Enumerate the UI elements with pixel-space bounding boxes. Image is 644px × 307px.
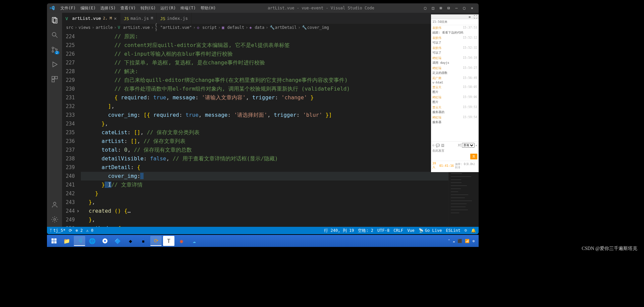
app-taskbar-icon[interactable]: 🔷: [112, 236, 123, 246]
close-icon[interactable]: ✕: [471, 6, 473, 10]
dropdown-icon[interactable]: ▾: [475, 144, 477, 147]
crumb[interactable]: article: [96, 25, 113, 30]
chat-footer: 39人 01:41:16 频带: 0(0.0%) 0(0: [431, 161, 479, 170]
encoding[interactable]: UTF-8: [377, 228, 389, 233]
wifi-icon[interactable]: 📶: [465, 239, 470, 243]
emoji-icon[interactable]: ☺: [432, 144, 434, 147]
crumb[interactable]: cover_img: [307, 25, 329, 30]
menu-help[interactable]: 帮助(H): [199, 5, 218, 12]
extensions-icon[interactable]: [51, 75, 59, 83]
edge-taskbar-icon[interactable]: 🌐: [87, 236, 98, 246]
image-icon[interactable]: 🖼: [441, 144, 444, 147]
recipient-select[interactable]: 所有人: [462, 143, 475, 148]
go-live[interactable]: 📡Go Live: [419, 228, 442, 233]
debug-icon[interactable]: [51, 60, 59, 68]
search-icon[interactable]: [51, 31, 59, 39]
menu-terminal[interactable]: 终端(T): [178, 5, 198, 12]
cursor-position[interactable]: 行 240, 列 19: [324, 228, 354, 234]
send-button[interactable]: 发: [470, 154, 477, 159]
menu-icon[interactable]: ≡: [469, 15, 472, 18]
tab-artlist[interactable]: V artList.vue 2, M ×: [62, 13, 120, 24]
scm-icon[interactable]: 2: [51, 46, 59, 54]
crumb[interactable]: default: [227, 25, 245, 30]
account-icon[interactable]: [51, 201, 59, 209]
vscode-taskbar-icon[interactable]: [74, 236, 85, 246]
crumb[interactable]: src: [66, 25, 73, 30]
editor-tabs: V artList.vue 2, M × JS main.js M JS ind…: [62, 13, 479, 24]
eol[interactable]: CRLF: [393, 228, 403, 233]
tray-icon[interactable]: ☁: [453, 239, 455, 243]
errors[interactable]: ⊗ 2: [75, 228, 83, 233]
svg-rect-16: [54, 241, 57, 244]
explorer-taskbar-icon[interactable]: 📁: [61, 236, 72, 246]
activity-bar: 2: [47, 13, 62, 227]
app-taskbar-icon[interactable]: ◆: [125, 236, 136, 246]
window-controls: ▢ ◫ ⊞ ⊟ — ▢ ✕: [424, 6, 476, 10]
menu-go[interactable]: 转到(G): [139, 5, 158, 12]
terminal-taskbar-icon[interactable]: ▪: [138, 236, 149, 246]
system-tray[interactable]: ˄ ☁ ⬛ 📶 ⚙: [448, 239, 477, 243]
tray-icon[interactable]: ⬛: [458, 239, 462, 243]
svg-rect-10: [52, 80, 54, 82]
sync-icon[interactable]: ⟳: [69, 228, 72, 233]
app-taskbar-icon[interactable]: ◉: [176, 236, 187, 246]
git-branch[interactable]: ᛘtj_5*: [50, 228, 65, 233]
module-icon: ◇: [197, 25, 201, 30]
tab-mainjs[interactable]: JS main.js M: [120, 13, 157, 24]
chrome-taskbar-icon[interactable]: [99, 236, 111, 246]
crumb[interactable]: "artList.vue": [160, 25, 192, 30]
crumb[interactable]: artDetail: [275, 25, 297, 30]
svg-line-3: [55, 36, 57, 38]
menu-file[interactable]: 文件(F): [58, 5, 78, 12]
code-content[interactable]: // 原因: // content对应quill-editor富文本编辑器, 它…: [81, 31, 448, 227]
feedback-icon[interactable]: ☺: [465, 228, 467, 233]
crumb[interactable]: data: [255, 25, 264, 30]
chevron-up-icon[interactable]: ˄: [448, 239, 450, 243]
svg-rect-13: [52, 239, 54, 241]
crumb[interactable]: script: [202, 25, 217, 30]
layout-icon[interactable]: ◫: [432, 6, 434, 10]
layout-icon[interactable]: ⊞: [440, 6, 442, 10]
code-editor[interactable]: 2242252262272282292302312322332342352362…: [62, 31, 479, 227]
layout-icon[interactable]: ⊟: [447, 6, 450, 10]
menu-edit[interactable]: 编辑(E): [78, 5, 98, 12]
tab-close-icon[interactable]: ×: [114, 16, 117, 21]
layout-icon[interactable]: ▢: [424, 6, 426, 10]
chat-messages[interactable]: 袁默伟15:37:53姐跟: 看看下边的代码袁默伟15:52:12可以了袁默伟1…: [431, 25, 479, 141]
vue-file-icon: V: [65, 16, 70, 21]
start-button[interactable]: [48, 236, 60, 246]
field-icon: 🔧: [270, 25, 274, 30]
menu-bar: 文件(F) 编辑(E) 选择(S) 查看(V) 转到(G) 运行(R) 终端(T…: [58, 5, 218, 12]
explorer-icon[interactable]: [51, 16, 59, 24]
branch-icon: ᛘ: [50, 228, 52, 233]
crumb[interactable]: artList.vue: [123, 25, 150, 30]
tab-indexjs[interactable]: JS index.js: [157, 13, 192, 24]
people-count: 39人: [432, 162, 438, 169]
tray-icon[interactable]: ⚙: [472, 239, 475, 243]
bell-icon[interactable]: 🔔: [471, 228, 476, 233]
indent[interactable]: 空格: 2: [358, 228, 373, 234]
chat-icon[interactable]: 💬: [436, 144, 440, 147]
status-bar: ᛘtj_5* ⟳ ⊗ 2 ⚠ 0 行 240, 列 19 空格: 2 UTF-8…: [47, 227, 479, 234]
crumb[interactable]: views: [78, 25, 91, 30]
breadcrumbs[interactable]: src› views› article› V artList.vue› { } …: [62, 24, 479, 31]
menu-run[interactable]: 运行(R): [158, 5, 178, 12]
svg-marker-7: [53, 62, 57, 67]
warnings[interactable]: ⚠ 0: [86, 228, 94, 233]
app-taskbar-icon[interactable]: ☁: [189, 236, 200, 246]
svg-point-18: [104, 240, 106, 242]
menu-view[interactable]: 查看(V): [118, 5, 138, 12]
app-taskbar-icon[interactable]: T: [163, 236, 174, 246]
lang-mode[interactable]: Vue: [407, 228, 415, 233]
svg-point-4: [52, 47, 54, 49]
chat-input[interactable]: [432, 148, 478, 153]
eslint[interactable]: ESLint: [446, 228, 460, 233]
svg-point-11: [53, 202, 56, 205]
settings-icon[interactable]: [51, 215, 59, 223]
maximize-icon[interactable]: ▢: [463, 6, 466, 10]
menu-selection[interactable]: 选择(S): [98, 5, 118, 12]
app-taskbar-icon[interactable]: ⟳: [150, 236, 162, 246]
editor-area: V artList.vue 2, M × JS main.js M JS ind…: [62, 13, 479, 227]
minimize-icon[interactable]: —: [455, 6, 458, 10]
expand-icon[interactable]: ⛶: [474, 15, 477, 18]
